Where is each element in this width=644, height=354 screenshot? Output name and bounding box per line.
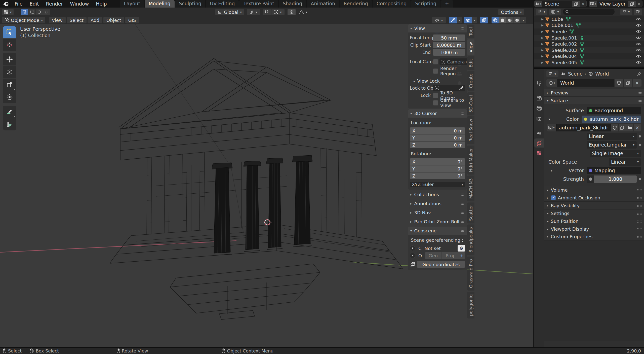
breadcrumb-world[interactable]: World [595,71,609,77]
outliner-row-saeule[interactable]: ▶ Saeule [534,28,644,35]
sidebar-tab-edit[interactable]: Edit [467,56,474,70]
scene-copy-icon[interactable] [572,1,580,7]
select-circle-button[interactable] [36,9,43,15]
sidebar-tab-machin3[interactable]: MACHIN3 [467,176,474,201]
expand-icon[interactable]: ▶ [541,61,543,64]
preview-panel-header[interactable]: Preview [544,89,644,96]
ambient-occlusion-checkbox[interactable] [551,195,556,200]
scene-unlink-icon[interactable]: × [580,1,586,7]
geoscene-panel-header[interactable]: Geoscene [408,227,467,235]
expand-icon[interactable]: ▶ [541,18,543,21]
workspace-tab-modeling[interactable]: Modeling [145,0,174,8]
visibility-eye-icon[interactable] [636,48,641,52]
menu-render[interactable]: Render [43,0,67,8]
menu-window[interactable]: Window [66,0,92,8]
snap-target-dropdown[interactable] [271,9,285,15]
vector-field[interactable]: Mapping [587,167,641,174]
strength-slider[interactable]: 1.000 [594,175,637,183]
overlays-dropdown[interactable]: ▾ [472,17,477,23]
outliner-row-partial[interactable]: ▶ [534,66,644,67]
outliner-row-saeule-005[interactable]: ▶ Saeule.005 [534,59,644,66]
color-expand-icon[interactable]: ▾ [547,117,552,121]
image-browse-dropdown[interactable]: ▾ [547,124,556,131]
workspace-tab-uv-editing[interactable]: UV Editing [206,0,239,8]
expand-icon[interactable]: ▶ [541,36,543,40]
expand-icon[interactable]: ▶ [541,49,543,52]
sidebar-tab-blendpeaks[interactable]: Blendpeaks [467,225,474,255]
unlink-datablock-icon[interactable]: × [632,79,641,87]
keyframe-dot-icon[interactable] [639,135,641,137]
euler-mode-dropdown[interactable]: XYZ Euler ▾ [410,182,465,187]
properties-editor-type-button[interactable] [546,70,558,77]
panel-viewport-display[interactable]: Viewport Display [544,225,644,233]
workspace-tab-shading[interactable]: Shading [279,0,306,8]
shading-rendered-button[interactable] [513,17,521,23]
menu-view[interactable]: View [49,17,66,23]
crs-settings-gear-icon[interactable]: ⚙ [458,245,465,252]
camera-to-view-checkbox[interactable] [433,100,438,105]
focal-length-field[interactable]: 50 mm [433,34,465,41]
tool-transform[interactable] [3,91,16,103]
panel-annotations[interactable]: Annotations [408,199,467,208]
sidebar-tab-polygoniq[interactable]: polygoniq [467,292,474,318]
image-unlink-icon[interactable]: × [633,124,641,131]
properties-tab-render[interactable] [534,94,544,103]
properties-tab-scene[interactable] [534,128,544,137]
menu-gis[interactable]: GIS [125,17,139,23]
cursor-location-y[interactable]: Y0 m [410,134,465,141]
expand-icon[interactable]: ▶ [541,30,543,33]
workspace-tab-compositing[interactable]: Compositing [373,0,411,8]
show-overlays-toggle[interactable] [464,17,472,23]
outliner-row-cube[interactable]: ▶ Cube [534,16,644,22]
sidebar-tab-tool[interactable]: Tool [467,25,474,38]
expand-icon[interactable]: ▶ [541,24,543,27]
menu-edit[interactable]: Edit [26,0,43,8]
menu-file[interactable]: File [11,0,26,8]
cursor-location-z[interactable]: Z0 m [410,141,465,148]
pin-icon[interactable] [637,72,641,76]
render-region-checkbox[interactable] [433,68,438,74]
image-open-folder-icon[interactable] [626,124,633,131]
scene-browse-icon[interactable]: ▾ [535,1,542,7]
panel-settings[interactable]: Settings [544,209,644,217]
visibility-eye-icon[interactable] [636,36,641,40]
view-layer-name[interactable]: View Layer [597,1,628,7]
image-copy-icon[interactable] [618,124,626,131]
proj-button[interactable]: Proj [441,252,458,259]
outliner-row-saeule-003[interactable]: ▶ Saeule.003 [534,47,644,53]
shading-dropdown[interactable]: ▾ [521,17,526,23]
world-name-field[interactable]: World [557,79,614,87]
expand-icon[interactable]: ▶ [541,55,543,58]
image-fake-user-shield-icon[interactable] [611,124,618,131]
sidebar-tab-create[interactable]: Create [467,71,474,91]
origin-radio[interactable] [410,253,415,258]
cursor-location-x[interactable]: X0 m [410,127,465,134]
sidebar-tab-graswald-pro[interactable]: Graswald Pro [467,257,474,291]
properties-tab-texture[interactable] [534,149,544,158]
tool-scale[interactable] [3,79,16,91]
properties-tab-world[interactable] [534,138,544,148]
panel-sun-position[interactable]: Sun Position [544,217,644,225]
sidebar-tab-scatter[interactable]: Scatter [467,202,474,223]
show-gizmo-toggle[interactable] [449,17,457,23]
pivot-point-dropdown[interactable] [247,9,260,15]
camera-clear-icon[interactable]: × [465,59,467,64]
expand-icon[interactable]: ▶ [541,42,543,46]
workspace-tab-scripting[interactable]: Scripting [411,0,440,8]
clip-end-field[interactable]: 1000 m [433,49,465,56]
geo-button[interactable]: Geo [425,252,441,259]
breadcrumb-scene[interactable]: Scene [568,71,583,77]
panel-volume[interactable]: Volume [544,186,644,194]
object-visibility-dropdown[interactable] [432,17,446,23]
workspace-tab-sculpting[interactable]: Sculpting [175,0,206,8]
blender-logo-icon[interactable] [3,1,9,7]
menu-object[interactable]: Object [103,17,124,23]
scene-name[interactable]: Scene [542,1,572,7]
properties-tab-output[interactable] [534,104,544,113]
image-name-field[interactable]: autumn_park_8k.hdr [556,124,611,131]
tool-measure[interactable] [3,118,16,130]
world-browse-dropdown[interactable]: ▾ [546,79,557,87]
sidebar-tab-real-snow[interactable]: Real Snow [467,116,474,144]
tool-annotate[interactable] [3,106,16,118]
projection-dropdown[interactable]: Equirectangular▾ [587,141,637,149]
